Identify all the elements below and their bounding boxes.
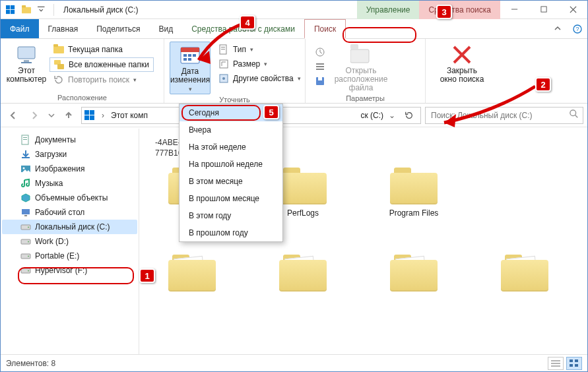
tab-search[interactable]: Поиск xyxy=(304,19,346,39)
folder-item[interactable] xyxy=(485,255,564,295)
annotation-arrow-2 xyxy=(436,86,548,139)
folder-name: Program Files xyxy=(389,208,439,218)
svg-rect-6 xyxy=(38,6,45,7)
menu-item-3[interactable]: На прошлой неделе xyxy=(180,156,282,173)
tree-item-7[interactable]: Work (D:) xyxy=(2,234,137,249)
music-icon xyxy=(20,178,31,189)
svg-rect-4 xyxy=(22,7,31,13)
date-modified-menu[interactable]: СегодняВчераНа этой неделеНа прошлой нед… xyxy=(179,104,283,242)
svg-rect-0 xyxy=(6,5,10,9)
btn-search-again[interactable]: Повторить поиск xyxy=(49,73,154,86)
tab-file[interactable]: Файл xyxy=(1,19,39,38)
nav-back-icon[interactable] xyxy=(5,107,22,124)
view-details-button[interactable] xyxy=(548,357,564,370)
annotation-badge-1: 1 xyxy=(139,268,155,283)
btn-this-pc[interactable]: Этот компьютер xyxy=(6,42,47,92)
search-icon[interactable] xyxy=(570,109,579,121)
tab-share[interactable]: Поделиться xyxy=(87,19,149,38)
tree-item-label: Объемные объекты xyxy=(35,193,108,202)
tab-home[interactable]: Главная xyxy=(39,19,88,38)
view-icons-button[interactable] xyxy=(566,357,582,370)
windows-icon[interactable] xyxy=(3,3,18,17)
svg-rect-20 xyxy=(183,54,187,57)
nav-up-icon[interactable] xyxy=(60,107,77,124)
svg-rect-33 xyxy=(316,66,324,67)
svg-rect-65 xyxy=(570,364,573,367)
group-location-label: Расположение xyxy=(6,92,158,102)
tree-item-2[interactable]: Изображения xyxy=(2,162,137,176)
menu-item-5[interactable]: В прошлом месяце xyxy=(180,190,282,207)
svg-rect-66 xyxy=(575,364,578,367)
tree-item-label: Work (D:) xyxy=(35,237,69,246)
folder-name: PerfLogs xyxy=(287,208,319,218)
tree-item-0[interactable]: Документы xyxy=(2,133,137,147)
addr-dropdown-icon[interactable]: ⌄ xyxy=(387,111,397,120)
svg-point-30 xyxy=(222,77,225,80)
svg-rect-12 xyxy=(24,60,29,62)
menu-item-4[interactable]: В этом месяце xyxy=(180,173,282,190)
ribbon-group-location: Этот компьютер Текущая папка Все вложенн… xyxy=(1,39,164,103)
nav-tree[interactable]: ДокументыЗагрузкиИзображенияМузыкаОбъемн… xyxy=(1,129,139,354)
btn-other-props[interactable]: Другие свойства xyxy=(214,72,305,85)
close-button[interactable] xyxy=(558,1,587,19)
btn-recent-searches[interactable] xyxy=(311,46,329,59)
folder-item[interactable] xyxy=(263,255,343,295)
svg-rect-21 xyxy=(188,54,191,57)
svg-rect-24 xyxy=(188,58,191,61)
btn-save-search[interactable] xyxy=(311,75,329,88)
ribbon-tabs: Файл Главная Поделиться Вид Средства раб… xyxy=(1,19,587,39)
quick-access-toolbar xyxy=(1,3,59,17)
maximize-button[interactable] xyxy=(529,1,558,19)
explorer-window: Локальный диск (C:) Управление Средства … xyxy=(0,0,588,372)
svg-rect-39 xyxy=(84,110,89,115)
refresh-icon[interactable] xyxy=(401,111,418,120)
contextual-tab-manage[interactable]: Управление xyxy=(357,1,420,19)
menu-item-2[interactable]: На этой неделе xyxy=(180,139,282,156)
menu-item-6[interactable]: В этом году xyxy=(180,207,282,224)
tree-item-5[interactable]: Рабочий стол xyxy=(2,205,137,220)
tree-item-label: Portable (E:) xyxy=(35,251,79,261)
nav-forward-icon[interactable] xyxy=(26,107,43,124)
folder-item[interactable] xyxy=(374,255,453,295)
btn-advanced-options[interactable] xyxy=(311,60,329,73)
svg-rect-45 xyxy=(23,137,27,138)
svg-rect-46 xyxy=(23,139,27,140)
btn-all-subfolders-label: Все вложенные папки xyxy=(69,60,149,69)
tree-item-4[interactable]: Объемные объекты xyxy=(2,191,137,205)
minimize-button[interactable] xyxy=(500,1,529,19)
dl-icon xyxy=(20,149,31,160)
tree-item-6[interactable]: Локальный диск (C:) xyxy=(2,220,137,234)
tree-item-3[interactable]: Музыка xyxy=(2,176,137,191)
ribbon-collapse-icon[interactable] xyxy=(548,19,568,38)
addr-tail[interactable]: ск (C:) xyxy=(360,111,383,120)
folder-item[interactable]: Program Files xyxy=(374,168,453,218)
btn-open-location: Открыть расположение файла xyxy=(329,42,393,93)
annotation-badge-3: 3 xyxy=(436,5,452,19)
btn-all-subfolders[interactable]: Все вложенные папки xyxy=(49,57,154,72)
svg-rect-11 xyxy=(18,47,35,59)
drive-icon xyxy=(20,251,31,261)
contextual-tab-search-tools[interactable]: Средства поиска xyxy=(419,1,500,19)
folder-item[interactable] xyxy=(152,255,232,295)
addr-root[interactable]: Этот комп xyxy=(111,111,148,120)
btn-close-search-label: Закрыть окно поиска xyxy=(440,67,484,84)
status-bar: Элементов: 8 xyxy=(1,354,587,371)
svg-rect-50 xyxy=(22,209,30,214)
svg-rect-1 xyxy=(11,5,15,9)
menu-item-7[interactable]: В прошлом году xyxy=(180,224,282,241)
folder-icon xyxy=(279,255,327,292)
svg-rect-38 xyxy=(350,44,358,49)
tree-item-8[interactable]: Portable (E:) xyxy=(2,249,137,263)
btn-close-search[interactable]: Закрыть окно поиска xyxy=(431,42,493,92)
tree-item-1[interactable]: Загрузки xyxy=(2,147,137,162)
tree-item-label: Документы xyxy=(35,135,76,144)
btn-this-pc-label: Этот компьютер xyxy=(7,67,47,84)
svg-rect-40 xyxy=(90,110,94,115)
menu-item-1[interactable]: Вчера xyxy=(180,121,282,139)
nav-history-icon[interactable] xyxy=(47,107,56,124)
help-icon[interactable]: ? xyxy=(568,19,587,38)
btn-current-folder[interactable]: Текущая папка xyxy=(49,43,154,56)
qat-dropdown-icon[interactable] xyxy=(35,3,49,17)
tab-view[interactable]: Вид xyxy=(149,19,182,38)
folder-icon[interactable] xyxy=(19,3,34,17)
